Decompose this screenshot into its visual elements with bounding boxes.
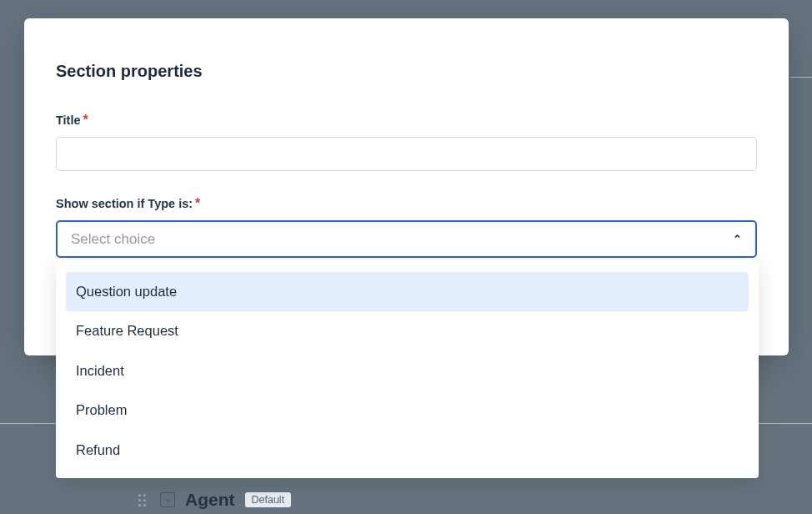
field-type-icon: ▿	[160, 492, 175, 507]
dropdown-option[interactable]: Question update	[66, 272, 749, 311]
dropdown-option[interactable]: Feature Request	[66, 311, 749, 350]
background-field-name: Agent	[185, 490, 235, 510]
title-input[interactable]	[56, 137, 757, 171]
dropdown-option[interactable]: Incident	[66, 351, 749, 391]
condition-field-group: Show section if Type is:* Select choice …	[56, 196, 757, 258]
select-placeholder: Select choice	[71, 231, 155, 248]
default-chip: Default	[245, 492, 292, 507]
drag-handle-icon	[138, 494, 150, 506]
condition-select[interactable]: Select choice ⌃	[56, 220, 757, 258]
dropdown-option[interactable]: Refund	[66, 431, 749, 470]
chevron-up-icon: ⌃	[733, 233, 742, 245]
background-field-row: ▿ Agent Default	[138, 490, 291, 510]
condition-label: Show section if Type is:	[56, 197, 193, 210]
title-field-group: Title*	[56, 113, 757, 171]
title-label: Title	[56, 113, 81, 127]
required-marker: *	[83, 113, 88, 127]
required-marker: *	[195, 196, 200, 210]
dropdown-option[interactable]: Problem	[66, 391, 749, 430]
condition-dropdown: Question update Feature Request Incident…	[56, 260, 759, 478]
modal-title: Section properties	[56, 62, 757, 81]
